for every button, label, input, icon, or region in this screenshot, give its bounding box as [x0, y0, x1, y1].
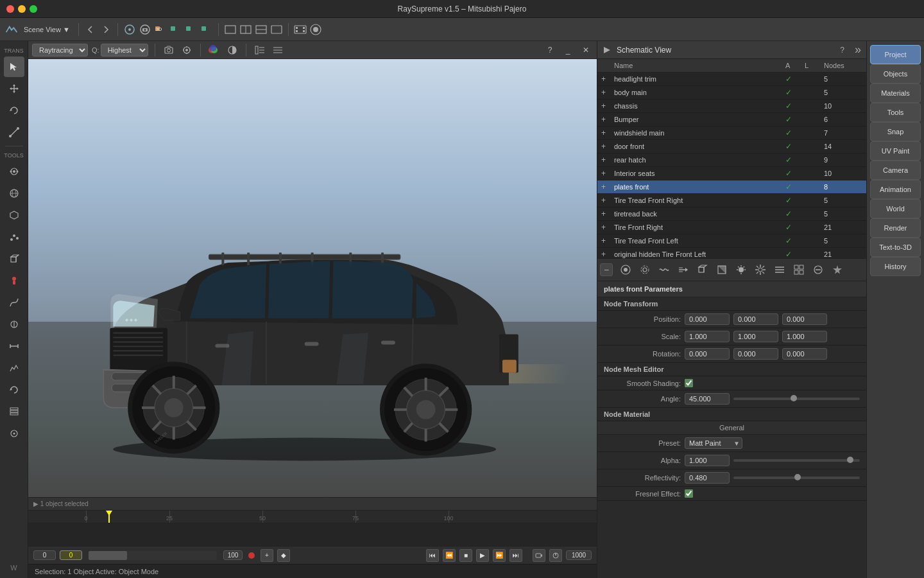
viewport-minimize-icon[interactable]: _ [561, 43, 575, 57]
rs-btn-history[interactable]: History [870, 257, 921, 276]
timeline-scroll-thumb[interactable] [89, 551, 127, 560]
alpha-slider-thumb[interactable] [847, 457, 853, 463]
camera-keyframe-button[interactable] [533, 549, 545, 562]
jump-start-button[interactable]: ⏮ [426, 549, 439, 562]
angle-slider[interactable] [733, 398, 860, 400]
layout-single-icon[interactable] [224, 23, 237, 36]
timeline-track[interactable] [28, 523, 597, 546]
rotation-z-input[interactable] [782, 348, 827, 360]
viewport-close-icon[interactable]: ✕ [579, 43, 593, 57]
add-keyframe-button[interactable]: + [261, 549, 273, 562]
schema-row-12[interactable]: + Tire Tread Front Left ✓ 5 [597, 234, 866, 248]
node-icon-wave[interactable] [655, 261, 673, 279]
node-icon-lines[interactable] [771, 261, 789, 279]
move-tool[interactable] [4, 78, 24, 99]
schema-row-10[interactable]: + tiretread back ✓ 5 [597, 207, 866, 221]
rs-btn-world[interactable]: World [870, 199, 921, 218]
camera-icon[interactable] [139, 23, 151, 36]
back-button[interactable] [84, 23, 97, 36]
rotate-tool[interactable] [4, 100, 24, 121]
alpha-input[interactable] [685, 455, 730, 466]
render-mode-select[interactable]: Raytracing OpenGL [32, 44, 88, 57]
schema-row-6[interactable]: + rear hatch ✓ 9 [597, 153, 866, 167]
scale-y-input[interactable] [733, 331, 778, 342]
schema-row-2[interactable]: + chassis ✓ 10 [597, 100, 866, 113]
world-tool[interactable] [4, 423, 24, 444]
schematic-help-icon[interactable]: ? [840, 46, 844, 55]
angle-input[interactable] [685, 393, 730, 405]
scene-view-dropdown[interactable]: Scene View ▼ [21, 24, 73, 35]
layout-split-v-icon[interactable] [255, 23, 268, 36]
timeline-scrollbar[interactable] [89, 551, 217, 560]
rs-btn-tools[interactable]: Tools [870, 103, 921, 122]
schema-row-3[interactable]: + Bumper ✓ 6 [597, 113, 866, 127]
schema-row-0[interactable]: + headlight trim ✓ 5 [597, 73, 866, 86]
color-rgb-icon[interactable] [207, 43, 221, 57]
reflectivity-slider[interactable] [733, 477, 860, 479]
viewport-help-icon[interactable]: ? [543, 43, 557, 57]
fps-input[interactable] [223, 550, 243, 560]
preset-select[interactable]: Matt Paint Glossy Paint Metal Glass [685, 437, 742, 449]
end-frame-input[interactable] [566, 550, 592, 560]
schema-row-5[interactable]: + door front ✓ 14 [597, 140, 866, 153]
magnet-tool[interactable] [4, 314, 24, 335]
node-icon-arrow[interactable] [674, 261, 692, 279]
reflectivity-slider-thumb[interactable] [794, 474, 801, 480]
rs-btn-render[interactable]: Render [870, 218, 921, 238]
scatter-tool[interactable] [4, 227, 24, 247]
alpha-slider[interactable] [733, 459, 860, 462]
angle-slider-thumb[interactable] [791, 395, 797, 401]
app-logo[interactable] [5, 23, 18, 36]
rotation-y-input[interactable] [733, 348, 778, 360]
quality-select[interactable]: Highest High Medium Low [101, 44, 148, 57]
schema-row-8[interactable]: + plates front ✓ 8 [597, 180, 866, 194]
keyframe-button[interactable]: ◆ [277, 549, 290, 562]
object-list-icon[interactable] [253, 43, 267, 57]
node-icon-box[interactable] [694, 261, 712, 279]
node-icon-minus[interactable] [809, 261, 827, 279]
rs-btn-uv-paint[interactable]: UV Paint [870, 141, 921, 161]
sphere-tool[interactable] [4, 183, 24, 204]
render-settings-icon[interactable] [180, 43, 194, 57]
node-icon-sun[interactable] [732, 261, 750, 279]
fresnel-checkbox[interactable] [685, 489, 693, 498]
viewport-canvas[interactable]: ⬥⬥⬥ BRAINDISTRICT [28, 59, 597, 497]
rs-btn-materials[interactable]: Materials [870, 83, 921, 103]
path-tool[interactable] [4, 292, 24, 313]
schema-row-1[interactable]: + body main ✓ 5 [597, 86, 866, 100]
layers-tool[interactable] [4, 401, 24, 422]
film-icon[interactable] [294, 23, 307, 36]
home-icon[interactable] [123, 23, 136, 36]
sync-button[interactable] [549, 549, 562, 562]
node-icon-grid[interactable] [790, 261, 808, 279]
schema-row-7[interactable]: + Interior seats ✓ 10 [597, 167, 866, 180]
schema-row-9[interactable]: + Tire Tread Front Right ✓ 5 [597, 194, 866, 207]
forward-button[interactable] [99, 23, 112, 36]
schematic-expand-icon[interactable]: » [855, 43, 861, 57]
schema-row-11[interactable]: + Tire Front Right ✓ 21 [597, 221, 866, 234]
node-tool[interactable] [4, 161, 24, 182]
fullscreen-button[interactable] [30, 5, 37, 13]
schema-delete-button[interactable]: − [600, 263, 613, 276]
rotation-x-input[interactable] [685, 348, 730, 360]
paint-tool[interactable] [4, 270, 24, 291]
view-front-icon[interactable] [200, 23, 213, 36]
view-side-icon[interactable] [185, 23, 198, 36]
rs-btn-animation[interactable]: Animation [870, 180, 921, 199]
node-icon-gear[interactable] [636, 261, 654, 279]
node-icon-half[interactable] [713, 261, 731, 279]
layout-fullscreen-icon[interactable] [270, 23, 283, 36]
start-frame-input[interactable] [33, 550, 56, 560]
step-back-button[interactable]: ⏪ [443, 549, 456, 562]
refresh-tool[interactable] [4, 380, 24, 400]
rs-btn-text-to-3d[interactable]: Text-to-3D [870, 238, 921, 257]
step-forward-button[interactable]: ⏩ [493, 549, 506, 562]
render-queue-icon[interactable] [271, 43, 285, 57]
playhead[interactable] [108, 511, 110, 523]
scale-tool[interactable] [4, 122, 24, 143]
position-y-input[interactable] [733, 313, 778, 325]
current-frame-input[interactable] [60, 550, 82, 560]
reflectivity-input[interactable] [685, 472, 730, 484]
stop-button[interactable]: ■ [459, 549, 472, 562]
position-x-input[interactable] [685, 313, 730, 325]
